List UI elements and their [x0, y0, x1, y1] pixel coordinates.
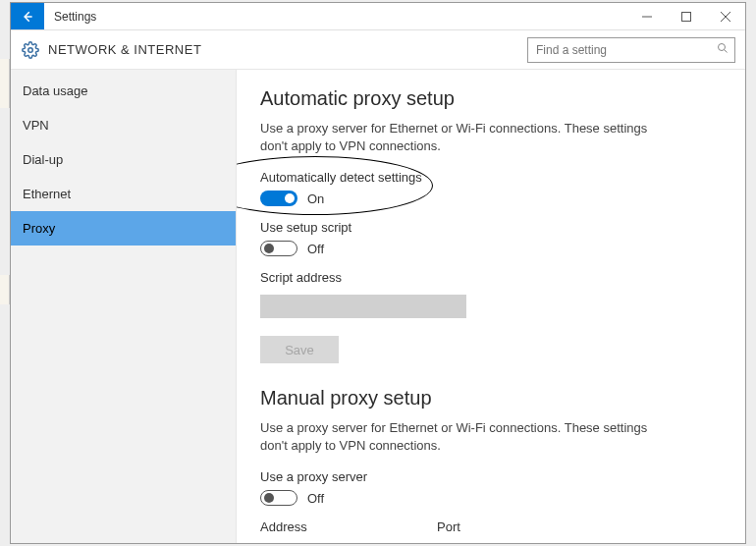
- close-button[interactable]: [706, 3, 745, 29]
- minimize-button[interactable]: [627, 3, 667, 29]
- svg-line-6: [725, 50, 728, 53]
- window-title: Settings: [44, 3, 106, 29]
- automatic-desc: Use a proxy server for Ethernet or Wi-Fi…: [260, 120, 663, 154]
- titlebar: Settings: [11, 3, 745, 30]
- section-title: NETWORK & INTERNET: [48, 42, 201, 57]
- script-address-label: Script address: [260, 270, 722, 285]
- port-label: Port: [437, 519, 535, 534]
- sidebar-item-vpn[interactable]: VPN: [11, 108, 236, 142]
- arrow-left-icon: [21, 10, 34, 24]
- back-button[interactable]: [11, 3, 44, 29]
- gear-icon: [21, 40, 40, 60]
- auto-detect-label: Automatically detect settings: [260, 170, 722, 185]
- setup-script-toggle[interactable]: [260, 241, 297, 256]
- background-fragment: [0, 59, 10, 108]
- search-icon: [717, 42, 729, 57]
- manual-heading: Manual proxy setup: [260, 387, 722, 410]
- svg-rect-1: [682, 12, 691, 21]
- sidebar-item-proxy[interactable]: Proxy: [11, 211, 236, 246]
- content-panel: Automatic proxy setup Use a proxy server…: [237, 70, 745, 543]
- setup-script-state: Off: [307, 242, 324, 256]
- maximize-button[interactable]: [667, 3, 706, 29]
- minimize-icon: [642, 12, 652, 22]
- use-proxy-toggle[interactable]: [260, 490, 297, 506]
- svg-point-5: [719, 44, 726, 51]
- address-label: Address: [260, 519, 417, 534]
- header-bar: NETWORK & INTERNET: [11, 30, 745, 70]
- sidebar-item-dial-up[interactable]: Dial-up: [11, 142, 236, 177]
- sidebar: Data usage VPN Dial-up Ethernet Proxy: [11, 70, 237, 543]
- setup-script-label: Use setup script: [260, 220, 722, 235]
- use-proxy-state: Off: [307, 491, 324, 506]
- save-button[interactable]: Save: [260, 336, 339, 363]
- script-address-input[interactable]: [260, 295, 466, 318]
- sidebar-item-ethernet[interactable]: Ethernet: [11, 177, 236, 211]
- maximize-icon: [681, 12, 691, 22]
- manual-desc: Use a proxy server for Ethernet or Wi-Fi…: [260, 419, 663, 454]
- sidebar-item-data-usage[interactable]: Data usage: [11, 74, 236, 108]
- search-input[interactable]: [534, 42, 717, 58]
- automatic-heading: Automatic proxy setup: [260, 87, 722, 110]
- search-box[interactable]: [527, 37, 735, 63]
- auto-detect-state: On: [307, 191, 324, 206]
- close-icon: [721, 12, 730, 22]
- use-proxy-label: Use a proxy server: [260, 469, 722, 484]
- svg-point-4: [28, 47, 33, 52]
- auto-detect-toggle[interactable]: [260, 191, 297, 206]
- settings-window: Settings NETWORK & INTERNET Da: [10, 2, 746, 544]
- window-controls: [627, 3, 745, 29]
- background-fragment: [0, 275, 10, 304]
